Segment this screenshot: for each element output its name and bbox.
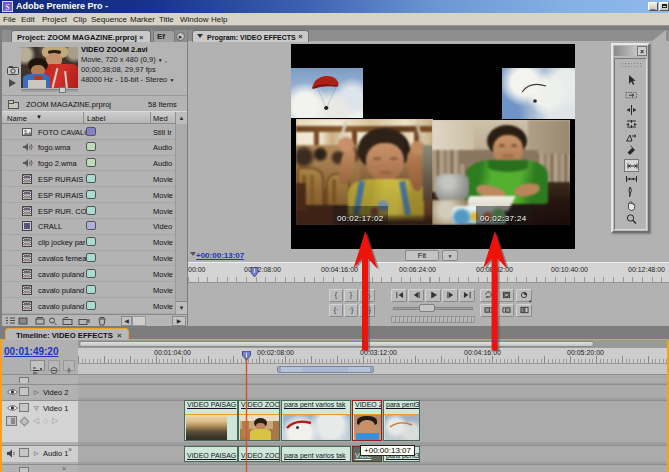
svg-text:S: S	[5, 3, 9, 12]
